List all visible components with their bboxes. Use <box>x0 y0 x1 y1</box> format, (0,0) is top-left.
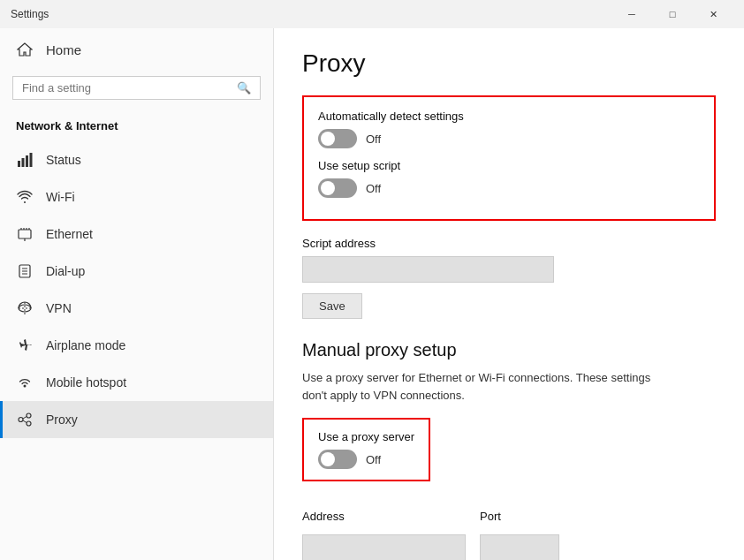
auto-detect-knob <box>321 132 335 146</box>
sidebar-item-wifi[interactable]: Wi-Fi <box>0 178 273 216</box>
use-proxy-label: Use a proxy server <box>318 430 414 443</box>
minimize-button[interactable]: ─ <box>611 0 652 28</box>
search-input[interactable] <box>22 81 230 95</box>
sidebar-item-dialup[interactable]: Dial-up <box>0 253 273 290</box>
manual-section-title: Manual proxy setup <box>302 340 716 360</box>
auto-detect-toggle[interactable] <box>318 129 357 148</box>
sidebar-item-status[interactable]: Status <box>0 141 273 178</box>
maximize-button[interactable]: □ <box>652 0 693 28</box>
app-body: Home 🔍 Network & Internet Status <box>0 28 744 560</box>
address-port-row: Address Port <box>302 510 716 560</box>
svg-rect-4 <box>19 230 31 238</box>
address-label: Address <box>302 510 466 523</box>
vpn-icon <box>16 299 34 317</box>
sidebar-item-hotspot[interactable]: Mobile hotspot <box>0 364 273 401</box>
proxy-icon <box>16 411 34 428</box>
save-button[interactable]: Save <box>302 293 362 319</box>
dialup-icon <box>16 262 34 280</box>
vpn-label: VPN <box>46 301 72 315</box>
svg-line-20 <box>23 420 27 423</box>
script-address-input[interactable] <box>302 256 554 283</box>
proxy-label: Proxy <box>46 412 78 427</box>
wifi-icon <box>16 188 34 206</box>
address-field: Address <box>302 510 466 560</box>
setup-script-row: Use setup script Off <box>318 159 700 198</box>
sidebar-item-ethernet[interactable]: Ethernet <box>0 216 273 253</box>
use-proxy-knob <box>321 452 335 466</box>
search-box[interactable]: 🔍 <box>12 76 261 100</box>
titlebar: Settings ─ □ ✕ <box>0 0 744 28</box>
ethernet-icon <box>16 225 34 243</box>
airplane-icon <box>16 337 34 354</box>
search-icon: 🔍 <box>237 81 251 95</box>
content-area: Proxy Automatically detect settings Off … <box>274 28 744 560</box>
sidebar-section-title: Network & Internet <box>0 112 273 141</box>
auto-detect-toggle-row: Off <box>318 129 700 148</box>
svg-point-18 <box>27 421 31 426</box>
setup-script-label: Use setup script <box>318 159 700 172</box>
ethernet-label: Ethernet <box>46 227 93 241</box>
use-proxy-box: Use a proxy server Off <box>302 418 430 481</box>
svg-rect-3 <box>30 153 33 167</box>
svg-rect-0 <box>18 161 20 167</box>
page-title: Proxy <box>302 49 716 78</box>
airplane-label: Airplane mode <box>46 338 125 352</box>
script-address-label: Script address <box>302 237 716 250</box>
svg-line-19 <box>23 417 27 420</box>
status-label: Status <box>46 153 81 167</box>
setup-script-toggle-row: Off <box>318 178 700 198</box>
status-icon <box>16 151 34 169</box>
use-proxy-toggle[interactable] <box>318 450 357 469</box>
auto-proxy-box: Automatically detect settings Off Use se… <box>302 95 716 221</box>
svg-rect-1 <box>22 158 25 167</box>
sidebar-item-home[interactable]: Home <box>0 28 273 71</box>
hotspot-icon <box>16 374 34 391</box>
svg-point-15 <box>24 385 27 388</box>
home-label: Home <box>46 42 81 57</box>
wifi-label: Wi-Fi <box>46 190 75 204</box>
port-label: Port <box>480 510 559 523</box>
window-controls: ─ □ ✕ <box>611 0 733 28</box>
setup-script-toggle[interactable] <box>318 178 357 198</box>
setup-script-state: Off <box>366 182 381 195</box>
port-field: Port <box>480 510 559 560</box>
svg-rect-2 <box>26 155 28 167</box>
svg-point-16 <box>19 418 23 422</box>
app-title: Settings <box>11 8 49 20</box>
use-proxy-toggle-row: Off <box>318 450 414 469</box>
hotspot-label: Mobile hotspot <box>46 375 126 390</box>
port-input[interactable] <box>480 534 559 560</box>
auto-detect-state: Off <box>366 132 381 146</box>
svg-point-17 <box>27 413 31 418</box>
close-button[interactable]: ✕ <box>693 0 733 28</box>
auto-detect-label: Automatically detect settings <box>318 110 700 123</box>
sidebar-item-vpn[interactable]: VPN <box>0 290 273 327</box>
sidebar-item-proxy[interactable]: Proxy <box>0 401 273 438</box>
use-proxy-state: Off <box>366 453 381 466</box>
sidebar: Home 🔍 Network & Internet Status <box>0 28 274 560</box>
sidebar-item-airplane[interactable]: Airplane mode <box>0 327 273 364</box>
setup-script-knob <box>321 181 335 195</box>
address-input[interactable] <box>302 534 466 560</box>
home-icon <box>16 41 34 58</box>
auto-detect-row: Automatically detect settings Off <box>318 110 700 148</box>
manual-desc: Use a proxy server for Ethernet or Wi-Fi… <box>302 369 673 404</box>
dialup-label: Dial-up <box>46 264 85 278</box>
